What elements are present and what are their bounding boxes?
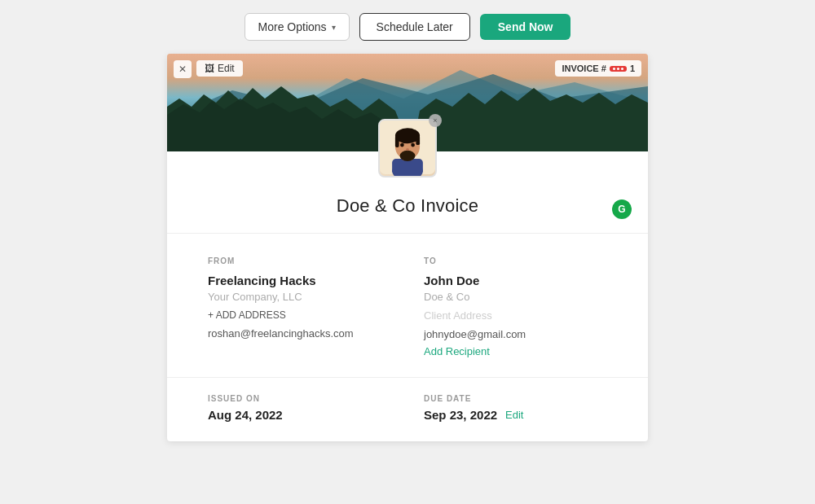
avatar-image <box>378 119 437 177</box>
invoice-number-label: INVOICE # <box>562 64 606 73</box>
svg-point-16 <box>411 143 415 147</box>
avatar-close-button[interactable]: × <box>429 114 442 127</box>
avatar-wrapper: × <box>378 119 437 177</box>
invoice-title: Doe & Co Invoice <box>183 195 632 217</box>
svg-point-14 <box>400 151 416 161</box>
to-email: johnydoe@gmail.com <box>424 328 607 340</box>
send-now-label: Send Now <box>498 20 553 33</box>
from-column: FROM Freelancing Hacks Your Company, LLC… <box>208 256 391 357</box>
send-now-button[interactable]: Send Now <box>480 14 571 40</box>
dot-3 <box>621 68 623 70</box>
from-company: Your Company, LLC <box>208 291 391 303</box>
invoice-card: ✕ 🖼 Edit INVOICE # 1 <box>167 54 648 441</box>
chevron-down-icon: ▾ <box>332 23 336 32</box>
due-date-column: DUE DATE Sep 23, 2022 Edit <box>424 394 607 422</box>
grammarly-icon: G <box>612 199 632 219</box>
dot-2 <box>617 68 619 70</box>
to-column: TO John Doe Doe & Co Client Address john… <box>424 256 607 357</box>
issued-on-column: ISSUED ON Aug 24, 2022 <box>208 394 391 422</box>
invoice-number-dots <box>610 66 627 72</box>
to-address-placeholder: Client Address <box>424 309 607 322</box>
billing-section: FROM Freelancing Hacks Your Company, LLC… <box>167 234 648 378</box>
to-label: TO <box>424 256 607 265</box>
due-date-value: Sep 23, 2022 <box>424 408 497 422</box>
from-label: FROM <box>208 256 391 265</box>
more-options-label: More Options <box>258 20 327 33</box>
more-options-button[interactable]: More Options ▾ <box>244 13 350 41</box>
from-email: roshan@freelancinghacks.com <box>208 327 391 340</box>
svg-point-15 <box>400 143 404 147</box>
toolbar: More Options ▾ Schedule Later Send Now <box>0 0 815 54</box>
svg-rect-12 <box>395 136 399 147</box>
avatar-section: × <box>167 119 648 186</box>
schedule-later-label: Schedule Later <box>377 20 453 33</box>
add-address-button[interactable]: + ADD ADDRESS <box>208 309 391 321</box>
image-icon: 🖼 <box>205 63 214 74</box>
to-company: Doe & Co <box>424 291 607 303</box>
invoice-number-badge: INVOICE # 1 <box>555 60 641 77</box>
svg-point-17 <box>406 148 409 151</box>
hero-edit-label: Edit <box>218 63 235 74</box>
from-name: Freelancing Hacks <box>208 274 391 287</box>
dates-section: ISSUED ON Aug 24, 2022 DUE DATE Sep 23, … <box>167 378 648 441</box>
dot-1 <box>613 68 615 70</box>
hero-edit-button[interactable]: 🖼 Edit <box>196 60 243 77</box>
svg-rect-13 <box>416 136 420 145</box>
close-icon: ✕ <box>178 64 187 75</box>
hero-close-button[interactable]: ✕ <box>174 60 192 78</box>
add-recipient-label: Add Recipient <box>424 345 490 357</box>
invoice-title-section: Doe & Co Invoice G <box>167 186 648 234</box>
invoice-number-suffix: 1 <box>630 64 635 73</box>
avatar-close-icon: × <box>433 116 437 125</box>
to-name: John Doe <box>424 274 607 287</box>
due-date-label: DUE DATE <box>424 394 607 403</box>
avatar-svg <box>380 119 435 176</box>
schedule-later-button[interactable]: Schedule Later <box>359 13 470 41</box>
issued-on-label: ISSUED ON <box>208 394 391 403</box>
due-date-edit-button[interactable]: Edit <box>505 409 523 421</box>
due-date-wrapper: Sep 23, 2022 Edit <box>424 408 607 422</box>
add-recipient-button[interactable]: Add Recipient <box>424 345 607 357</box>
issued-on-value: Aug 24, 2022 <box>208 408 391 422</box>
add-address-label: + ADD ADDRESS <box>208 309 286 321</box>
